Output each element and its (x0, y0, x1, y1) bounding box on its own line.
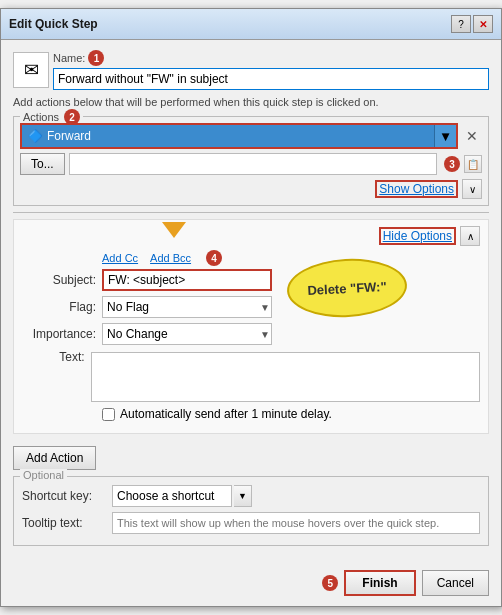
action-dropdown-button[interactable]: ▼ (434, 125, 456, 147)
name-section: ✉ Name: 1 (13, 50, 489, 90)
to-row: To... 3 📋 (20, 153, 482, 175)
title-bar: Edit Quick Step ? ✕ (1, 9, 501, 40)
badge-3-wrapper: 3 (441, 156, 460, 172)
auto-send-row: Automatically send after 1 minute delay. (102, 407, 480, 421)
tooltip-input[interactable] (112, 512, 480, 534)
importance-select[interactable]: No Change (102, 323, 272, 345)
add-action-wrapper: Add Action (13, 440, 489, 476)
shortcut-wrapper: Choose a shortcut ▼ (112, 485, 252, 507)
finish-button[interactable]: Finish (344, 570, 415, 596)
footer: 5 Finish Cancel (1, 564, 501, 606)
help-button[interactable]: ? (451, 15, 471, 33)
options-icon-button[interactable]: 📋 (464, 155, 482, 173)
name-input[interactable] (53, 68, 489, 90)
close-button[interactable]: ✕ (473, 15, 493, 33)
to-input[interactable] (69, 153, 437, 175)
action-icon-fwd: 🔷 (28, 129, 43, 143)
to-button[interactable]: To... (20, 153, 65, 175)
text-row: Text: (22, 350, 480, 402)
forward-icon: ✉ (24, 59, 39, 81)
badge-4: 4 (206, 250, 222, 266)
hide-options-row: Hide Options ∧ (22, 226, 480, 246)
cancel-button[interactable]: Cancel (422, 570, 489, 596)
action-icon: ✉ (13, 52, 49, 88)
edit-quick-step-window: Edit Quick Step ? ✕ ✉ Name: 1 Add action… (0, 8, 502, 607)
main-content: ✉ Name: 1 Add actions below that will be… (1, 40, 501, 564)
badge-3: 3 (444, 156, 460, 172)
divider-1 (13, 212, 489, 213)
action-delete-button[interactable]: ✕ (462, 126, 482, 146)
auto-send-checkbox[interactable] (102, 408, 115, 421)
name-field-group: Name: 1 (53, 50, 489, 90)
expand-chevron[interactable]: ∨ (462, 179, 482, 199)
add-bcc-link[interactable]: Add Bcc (150, 252, 191, 264)
shortcut-select[interactable]: Choose a shortcut (112, 485, 232, 507)
show-options-row: Show Options ∨ (20, 179, 482, 199)
text-textarea[interactable] (91, 352, 480, 402)
collapse-chevron[interactable]: ∧ (460, 226, 480, 246)
flag-row: Flag: No Flag ▼ (22, 296, 480, 318)
description: Add actions below that will be performed… (13, 96, 489, 108)
badge-5: 5 (322, 575, 338, 591)
options-section: Hide Options ∧ Add Cc Add Bcc 4 Subject:… (13, 219, 489, 434)
add-cc-link[interactable]: Add Cc (102, 252, 138, 264)
shortcut-row: Shortcut key: Choose a shortcut ▼ (22, 485, 480, 507)
importance-select-wrapper: No Change ▼ (102, 323, 272, 345)
action-row: 🔷 Forward ▼ ✕ (20, 123, 482, 149)
subject-row: Subject: Delete "FW:" (22, 269, 480, 291)
subject-input[interactable] (102, 269, 272, 291)
optional-legend: Optional (20, 469, 67, 481)
action-select-display[interactable]: 🔷 Forward (22, 125, 456, 147)
flag-select-wrapper: No Flag ▼ (102, 296, 272, 318)
title-bar-buttons: ? ✕ (451, 15, 493, 33)
subject-label: Subject: (22, 273, 102, 287)
auto-send-label: Automatically send after 1 minute delay. (120, 407, 332, 421)
action-value: Forward (47, 129, 91, 143)
text-label: Text: (22, 350, 91, 364)
shortcut-dropdown-button[interactable]: ▼ (234, 485, 252, 507)
action-select-wrapper: 🔷 Forward ▼ (20, 123, 458, 149)
arrow-indicator (162, 222, 186, 238)
importance-label: Importance: (22, 327, 102, 341)
actions-group: Actions 2 🔷 Forward ▼ ✕ To... 3 (13, 116, 489, 206)
name-label: Name: 1 (53, 50, 489, 66)
flag-select[interactable]: No Flag (102, 296, 272, 318)
tooltip-row: Tooltip text: (22, 512, 480, 534)
hide-options-link[interactable]: Hide Options (379, 227, 456, 245)
tooltip-label: Tooltip text: (22, 516, 112, 530)
optional-group: Optional Shortcut key: Choose a shortcut… (13, 476, 489, 546)
shortcut-label: Shortcut key: (22, 489, 112, 503)
flag-label: Flag: (22, 300, 102, 314)
show-options-link[interactable]: Show Options (375, 180, 458, 198)
importance-row: Importance: No Change ▼ (22, 323, 480, 345)
add-links-row: Add Cc Add Bcc 4 (102, 250, 480, 266)
badge-1: 1 (88, 50, 104, 66)
window-title: Edit Quick Step (9, 17, 98, 31)
add-action-button[interactable]: Add Action (13, 446, 96, 470)
